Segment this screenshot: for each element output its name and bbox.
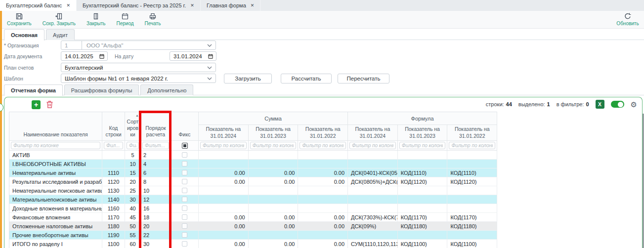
cell-code: [102, 160, 125, 168]
fix-checkbox[interactable]: [182, 188, 187, 193]
table-row[interactable]: Финансовые вложения 1170 45 18 0.00 0.00…: [9, 213, 497, 222]
period-label: Период: [117, 21, 134, 26]
close-icon[interactable]: ✕: [251, 3, 255, 8]
window-tab-main-form[interactable]: Главная форма ✕: [201, 0, 260, 11]
print-button[interactable]: Печать: [145, 12, 161, 26]
tab-formula-details[interactable]: Расшифровка формулы: [64, 84, 139, 95]
filter-input-sort[interactable]: [127, 142, 139, 149]
filter-input-sum-2024[interactable]: [200, 142, 247, 149]
excel-export-button[interactable]: X: [596, 100, 604, 109]
col-header-sum-2022[interactable]: Показатель на31.01.2022: [298, 125, 348, 141]
cell-fix: [171, 195, 199, 204]
calendar-icon[interactable]: [99, 53, 105, 59]
close-icon[interactable]: ✕: [190, 3, 194, 8]
tab-report-form[interactable]: Отчетная форма: [4, 84, 63, 96]
table-row[interactable]: Доходные вложения в материальные ц.. 116…: [9, 204, 497, 213]
filter-input-sum-2023[interactable]: [250, 142, 297, 149]
filter-input-formula-2022[interactable]: [449, 142, 495, 149]
doc-date-input[interactable]: [61, 53, 94, 59]
fix-checkbox[interactable]: [182, 197, 187, 202]
chevron-down-icon[interactable]: [207, 66, 212, 69]
filter-toggle[interactable]: [611, 101, 624, 108]
table-row[interactable]: Материальныепоисковые активы 1140 30 12: [9, 195, 497, 204]
col-header-formula-2024[interactable]: Показатель на31.01.2024: [348, 125, 398, 141]
filter-input-sum-2022[interactable]: [300, 142, 346, 149]
filter-input-name[interactable]: [11, 142, 100, 149]
col-header-sum-2023[interactable]: Показатель на31.01.2023: [249, 125, 299, 141]
gear-icon[interactable]: ⚙: [631, 101, 637, 108]
col-title: Сортировки: [125, 119, 140, 138]
cell-fix: [171, 222, 199, 231]
cell-sum-2022: 0.00: [298, 168, 348, 177]
table-row[interactable]: I.ВНЕОБОРОТНЫЕ АКТИВЫ 10 4: [9, 160, 497, 168]
chevron-down-icon[interactable]: [207, 77, 212, 80]
col-header-code[interactable]: Код строки: [102, 112, 125, 141]
template-value: Шаблон формы №1 от 1 января 2022 г.: [61, 76, 207, 82]
calendar-icon[interactable]: [208, 53, 214, 59]
fix-checkbox[interactable]: [182, 223, 187, 229]
on-date-input[interactable]: [170, 53, 203, 59]
window-tab-registry[interactable]: Бухгалтерский баланс - Реестр за 2025 г.…: [77, 0, 201, 11]
door-icon: [92, 12, 100, 20]
chart-select[interactable]: Бухгалтерский: [61, 63, 216, 72]
col-header-formula-2022[interactable]: Показатель на31.01.2022: [447, 125, 497, 141]
save-button[interactable]: Сохранить: [7, 12, 32, 26]
add-row-button[interactable]: +: [32, 100, 41, 109]
chart-label: План счетов: [4, 65, 34, 71]
filter-input-code[interactable]: [104, 142, 123, 149]
panel-collapse-handle[interactable]: [0, 103, 3, 112]
fix-checkbox[interactable]: [182, 179, 187, 184]
template-select[interactable]: Шаблон формы №1 от 1 января 2022 г.: [61, 74, 216, 83]
fix-checkbox[interactable]: [182, 170, 187, 175]
window-tab-balance[interactable]: Бухгалтерский баланс ✕: [0, 0, 77, 11]
recalculate-button[interactable]: Пересчитать: [338, 74, 389, 83]
tab-osnovnaya[interactable]: Основная: [4, 29, 44, 41]
fix-checkbox[interactable]: [182, 206, 187, 211]
template-row: Шаблон Шаблон формы №1 от 1 января 2022 …: [0, 74, 644, 83]
col-header-fix[interactable]: Фикс: [171, 112, 199, 141]
load-button[interactable]: Загрузить: [224, 74, 272, 83]
selected-count-label: выделено:: [518, 101, 545, 107]
table-row[interactable]: Нематериальные активы 1110 15 6 0.00 0.0…: [9, 168, 497, 177]
tab-additional[interactable]: Дополнительно: [140, 84, 193, 95]
cell-formula-2022: [447, 204, 497, 213]
table-row[interactable]: ИТОГО по разделу I 1100 60 30 0.00 0.00 …: [9, 240, 497, 248]
cell-sum-2024: [199, 195, 249, 204]
cell-formula-2023: КОД(1100): [398, 240, 448, 248]
org-select[interactable]: 1 ООО "Альфа": [61, 41, 216, 50]
col-header-formula-2023[interactable]: Показатель на31.01.2023: [398, 125, 448, 141]
print-label: Печать: [145, 21, 161, 26]
cell-formula-2022: КОД(1120): [447, 177, 497, 186]
fix-checkbox[interactable]: [182, 214, 187, 220]
col-header-name[interactable]: Наименование показателя: [9, 112, 102, 141]
filter-input-formula-2023[interactable]: [399, 142, 446, 149]
cell-code: 1130: [102, 186, 125, 195]
fix-header-checkbox[interactable]: [182, 143, 188, 149]
close-icon[interactable]: ✕: [66, 3, 70, 8]
fix-checkbox[interactable]: [182, 161, 187, 166]
save-close-button[interactable]: Сохр. Закрыть: [43, 12, 76, 26]
cell-sum-2024: 0.00: [199, 177, 249, 186]
table-row[interactable]: Результаты исследований и разработок 112…: [9, 177, 497, 186]
tab-audit[interactable]: Аудит: [46, 29, 75, 40]
filter-cell: [249, 141, 299, 151]
window-tab-label: Бухгалтерский баланс - Реестр за 2025 г.: [83, 2, 186, 8]
chevron-down-icon[interactable]: [207, 44, 212, 47]
calculate-button[interactable]: Рассчитать: [281, 74, 332, 83]
table-row[interactable]: Прочие внеоборотные активы 1190 55 22: [9, 231, 497, 240]
delete-row-button[interactable]: [46, 100, 54, 109]
table-row[interactable]: Нематериальные поисковые активы 1130 25 …: [9, 186, 497, 195]
fix-checkbox[interactable]: [182, 232, 187, 238]
table-row[interactable]: Отложенные налоговые активы 1180 50 20 0…: [9, 222, 497, 231]
col-header-sum-2024[interactable]: Показатель на31.01.2024: [199, 125, 249, 141]
col-title: Наименование показателя: [23, 131, 87, 138]
close-button[interactable]: Закрыть: [86, 12, 106, 26]
refresh-button[interactable]: Обновить: [611, 12, 644, 26]
fix-checkbox[interactable]: [182, 241, 187, 247]
period-button[interactable]: Период: [117, 12, 134, 26]
table-row[interactable]: АКТИВ 5 2: [9, 151, 497, 160]
filter-input-formula-2024[interactable]: [349, 142, 396, 149]
cell-fix: [171, 168, 199, 177]
fix-checkbox[interactable]: [182, 152, 187, 158]
cell-fix: [171, 177, 199, 186]
